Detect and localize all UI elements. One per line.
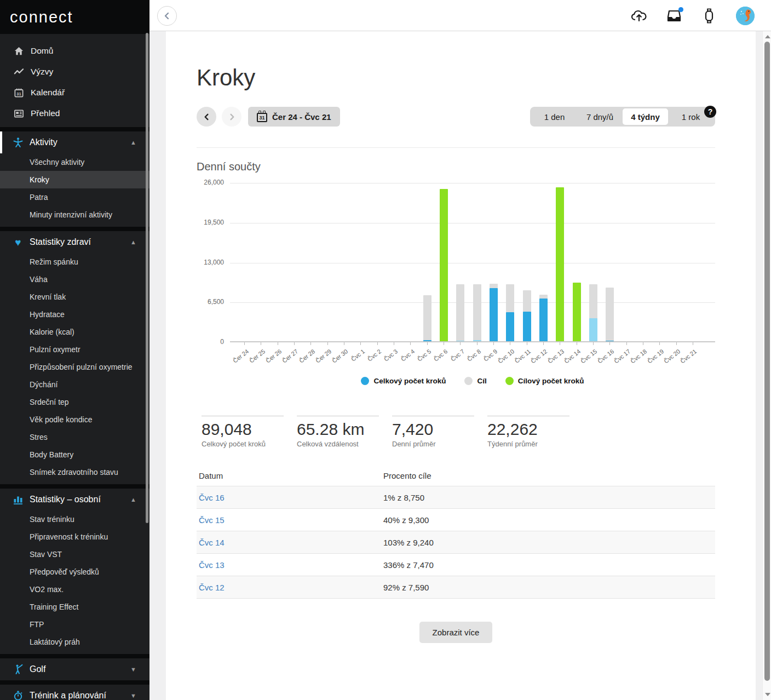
sidebar-group-header-golf[interactable]: Golf ▼ [0, 658, 149, 680]
scrollbar-thumb[interactable] [764, 42, 770, 681]
steps-bar-vc-15[interactable] [589, 318, 597, 341]
sidebar-item-label: Domů [31, 46, 53, 56]
sidebar-item-stres[interactable]: Stres [0, 428, 149, 446]
sidebar-item-pulzn-oxymetr[interactable]: Pulzní oxymetr [0, 341, 149, 358]
goal-bar-vc-7[interactable] [456, 284, 464, 341]
report-icon [13, 108, 24, 119]
legend-label: Cílový počet kroků [518, 377, 584, 385]
goal-met-bar-vc-14[interactable] [573, 283, 581, 341]
steps-bar-vc-12[interactable] [539, 299, 548, 341]
cloud-upload-icon[interactable] [631, 8, 647, 24]
active-section-indicator [0, 131, 2, 153]
inbox-icon[interactable] [666, 8, 682, 24]
sidebar-item-patra[interactable]: Patra [0, 188, 149, 206]
date-link-vc-14[interactable]: Čvc 14 [199, 538, 225, 547]
sidebar-item-p-ipravenost-k-tr-ninku[interactable]: Připravenost k tréninku [0, 528, 149, 546]
sidebar-group-label: Golf [30, 664, 45, 674]
steps-bar-vc-7[interactable] [456, 341, 464, 342]
x-axis-tick [444, 342, 444, 345]
sidebar-group-header-aktivity[interactable]: Aktivity ▲ [0, 131, 149, 153]
prev-period-button[interactable] [197, 107, 216, 127]
sidebar-top-group: Domů Výzvy 31 Kalendář Přehled [0, 34, 149, 127]
tab-7-dny[interactable]: 7 dny/ů [577, 108, 623, 125]
sidebar-item-vyzvy[interactable]: Výzvy [0, 61, 149, 82]
sidebar-item-kroky[interactable]: Kroky [0, 171, 149, 188]
goal-bar-vc-5[interactable] [423, 295, 431, 341]
sidebar-item-p-izp-soben-pulzn-oxymetrie[interactable]: Přizpůsobení pulzní oxymetrie [0, 358, 149, 376]
stat-weekly-average: 22,262 Týdenní průměr [487, 416, 569, 448]
sidebar-item-d-ch-n[interactable]: Dýchání [0, 376, 149, 393]
tab-1-den[interactable]: 1 den [532, 108, 577, 125]
sidebar-item-re-im-sp-nku[interactable]: Režim spánku [0, 253, 149, 271]
sidebar-item-minuty-intenzivn-aktivity[interactable]: Minuty intenzivní aktivity [0, 206, 149, 223]
goal-bar-vc-16[interactable] [606, 288, 614, 341]
steps-bar-vc-5[interactable] [423, 340, 431, 341]
help-icon[interactable]: ? [704, 106, 716, 118]
scrollbar-up-arrow[interactable] [765, 35, 770, 38]
logo[interactable]: connect [0, 0, 149, 34]
x-axis-tick [460, 342, 461, 345]
x-axis-tick [377, 342, 378, 345]
sidebar-item-vo2-max[interactable]: VO2 max. [0, 581, 149, 598]
chart-section-title: Denní součty [197, 160, 715, 173]
sidebar-item-training-effect[interactable]: Training Effect [0, 598, 149, 616]
gridline [230, 263, 715, 263]
date-link-vc-13[interactable]: Čvc 13 [199, 560, 225, 570]
sidebar-item-sn-mek-zdravotn-ho-stavu[interactable]: Snímek zdravotního stavu [0, 463, 149, 481]
sidebar-sublist-statistiky-osobni: Stav tréninkuPřipravenost k tréninkuStav… [0, 510, 149, 654]
stat-value: 89,048 [202, 420, 284, 439]
date-link-vc-12[interactable]: Čvc 12 [199, 583, 225, 592]
sidebar-item-body-battery[interactable]: Body Battery [0, 446, 149, 463]
sidebar-item-krevn-tlak[interactable]: Krevní tlak [0, 288, 149, 306]
sidebar-item-stav-vst[interactable]: Stav VST [0, 546, 149, 563]
calendar-icon: 31 [257, 113, 267, 122]
sidebar-item-hydratace[interactable]: Hydratace [0, 306, 149, 323]
scrollbar-down-arrow[interactable] [765, 693, 770, 696]
sidebar-item-v-k-podle-kondice[interactable]: Věk podle kondice [0, 411, 149, 428]
steps-bar-vc-10[interactable] [506, 312, 514, 341]
page-scrollbar[interactable] [762, 31, 771, 700]
sidebar-item-kalorie-kcal[interactable]: Kalorie (kcal) [0, 323, 149, 341]
chevron-left-icon [163, 12, 171, 20]
chart-plot[interactable] [230, 183, 715, 342]
avatar[interactable] [736, 7, 755, 25]
sidebar-item-kalendar[interactable]: 31 Kalendář [0, 82, 149, 103]
goal-met-bar-vc-6[interactable] [440, 189, 448, 341]
sidebar-item-srde-n-tep[interactable]: Srdeční tep [0, 393, 149, 411]
sidebar-group-label: Trénink a plánování [30, 691, 106, 700]
steps-bar-vc-9[interactable] [490, 288, 498, 341]
calendar-icon: 31 [13, 88, 24, 98]
sidebar-group-header-statistiky-zdravi[interactable]: ♥ Statistiky zdraví ▲ [0, 231, 149, 253]
watch-icon[interactable] [701, 8, 717, 24]
goal-met-bar-vc-13[interactable] [556, 187, 564, 341]
sidebar-scrollbar[interactable] [146, 33, 148, 523]
sidebar-group-header-trenink[interactable]: Trénink a plánování ▼ [0, 685, 149, 700]
steps-bar-vc-8[interactable] [473, 340, 481, 341]
sidebar-group-header-statistiky-osobni[interactable]: Statistiky – osobní ▲ [0, 489, 149, 510]
stat-total-steps: 89,048 Celkový počet kroků [202, 416, 284, 448]
table-row: Čvc 1292% z 7,590 [197, 576, 715, 599]
sidebar-item-stav-tr-ninku[interactable]: Stav tréninku [0, 510, 149, 528]
steps-bar-vc-16[interactable] [606, 341, 614, 342]
sidebar-item-p-edpov-v-sledk[interactable]: Předpověď výsledků [0, 563, 149, 581]
steps-bar-vc-11[interactable] [523, 312, 531, 341]
svg-text:31: 31 [16, 91, 21, 96]
sidebar-item-ftp[interactable]: FTP [0, 616, 149, 633]
x-axis-tick [310, 342, 311, 345]
sidebar-item-prehled[interactable]: Přehled [0, 103, 149, 124]
next-period-button[interactable] [222, 107, 241, 127]
sidebar-item-domu[interactable]: Domů [0, 41, 149, 61]
show-more-button[interactable]: Zobrazit více [419, 622, 493, 643]
x-axis-tick [244, 342, 245, 345]
date-link-vc-15[interactable]: Čvc 15 [199, 515, 225, 525]
sidebar-item-v-echny-aktivity[interactable]: Všechny aktivity [0, 153, 149, 171]
date-range-picker[interactable]: 31 Čer 24 - Čvc 21 [248, 107, 340, 127]
back-button[interactable] [157, 6, 177, 26]
sidebar-item-v-ha[interactable]: Váha [0, 271, 149, 288]
goal-bar-vc-8[interactable] [473, 284, 481, 341]
sidebar-item-lakt-tov-pr-h[interactable]: Laktátový práh [0, 633, 149, 651]
chevron-left-icon [203, 113, 210, 121]
tab-4-t-dny[interactable]: 4 týdny [623, 108, 668, 125]
date-link-vc-16[interactable]: Čvc 16 [199, 493, 225, 502]
chevron-right-icon [228, 113, 235, 121]
